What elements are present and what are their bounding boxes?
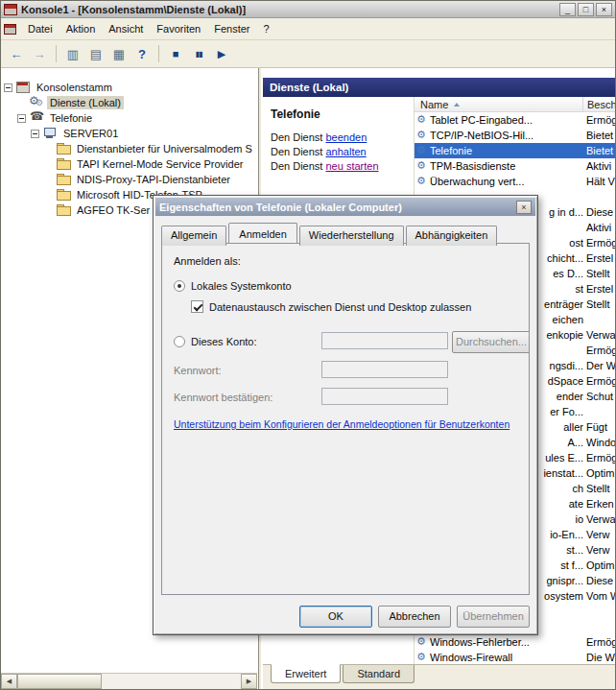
scrollbar-track[interactable] [17, 674, 241, 689]
export-list-icon[interactable]: ▤ [85, 43, 107, 64]
service-description: Ermög [583, 375, 615, 387]
tree-horizontal-scrollbar[interactable]: ◀ ▶ [1, 673, 257, 689]
maximize-button[interactable]: □ [578, 3, 594, 16]
show-console-tree-icon[interactable]: ▥ [62, 43, 83, 64]
tree-item-label: Konsolenstamm [34, 81, 115, 94]
tree-item[interactable]: NDIS-Proxy-TAPI-Dienstanbieter [1, 172, 258, 187]
toolbar-separator [158, 45, 159, 62]
local-system-radio[interactable]: Lokales Systemkonto [174, 280, 292, 292]
sort-ascending-icon [454, 103, 460, 107]
start-service-icon[interactable]: ▶ [211, 43, 232, 64]
service-row[interactable]: Windows-Firewall Die W [415, 650, 615, 664]
menu-item[interactable]: Aktion [59, 19, 103, 38]
tree-indent [4, 149, 44, 150]
tree-item-label: Dienstanbieter für Universalmodem S [74, 142, 255, 155]
service-row[interactable]: TCP/IP-NetBIOS-Hil... Bietet [415, 128, 615, 143]
close-button[interactable]: × [596, 3, 612, 16]
back-icon[interactable]: ← [6, 43, 27, 64]
service-row[interactable]: Tablet PC-Eingabed... Ermög [415, 112, 615, 128]
tree-item[interactable]: TAPI Kernel-Mode Service Provider [1, 156, 258, 172]
tree-item-label: SERVER01 [60, 127, 121, 140]
dialog-tab[interactable]: Allgemein [161, 226, 226, 246]
service-description: Diese [583, 575, 615, 586]
toolbar-separator [56, 45, 57, 62]
tree-expander-icon[interactable] [17, 114, 26, 123]
service-action-prefix: Den Dienst [271, 131, 325, 143]
dialog-tab[interactable]: Anmelden [228, 223, 297, 243]
console-document-icon [4, 24, 16, 35]
service-name: TCP/IP-NetBIOS-Hil... [430, 130, 583, 141]
service-row[interactable]: Windows-Fehlerber... Ermög [415, 634, 615, 650]
tree-item[interactable]: Dienste (Lokal) [1, 95, 258, 110]
menu-items: DateiAktionAnsichtFavoritenFenster? [21, 19, 276, 38]
dialog-tabs: AllgemeinAnmeldenWiederherstellungAbhäng… [161, 223, 499, 243]
view-tab[interactable]: Standard [343, 665, 415, 683]
service-row[interactable]: Telefonie Bietet [415, 143, 615, 158]
service-description: Fügt [583, 421, 615, 433]
ok-button[interactable]: OK [299, 606, 372, 628]
service-gear-icon [415, 175, 430, 188]
service-description: Ermög [583, 452, 615, 464]
service-action-link[interactable]: beenden [325, 131, 367, 143]
pause-service-icon[interactable]: ▮▮ [188, 43, 209, 64]
tree-expander-icon[interactable] [31, 130, 39, 138]
cancel-button[interactable]: Abbrechen [378, 606, 451, 628]
service-row[interactable]: Überwachung vert... Hält V [415, 174, 615, 189]
service-description: Hält V [583, 176, 615, 187]
tree-indent [4, 118, 17, 119]
service-description: Optim [583, 467, 615, 479]
service-action-link[interactable]: neu starten [325, 160, 378, 172]
service-gear-icon [415, 651, 430, 664]
service-row[interactable]: TPM-Basisdienste Aktivi [415, 158, 615, 174]
tree-item[interactable]: Telefonie [1, 110, 258, 126]
forward-icon[interactable]: → [29, 43, 50, 64]
service-description: Ermög [583, 345, 615, 356]
confirm-password-input [321, 388, 448, 405]
service-description: Der W [583, 360, 615, 371]
column-header-name[interactable]: Name [415, 97, 583, 112]
apply-button: Übernehmen [457, 606, 530, 628]
service-description: Stellt [583, 268, 615, 279]
password-input [321, 361, 448, 378]
scrollbar-thumb[interactable] [17, 674, 102, 689]
console-icon [15, 81, 31, 94]
service-description: Die W [583, 652, 615, 663]
minimize-button[interactable]: _ [559, 3, 576, 16]
scroll-right-icon[interactable]: ▶ [241, 674, 257, 689]
tree-expander-icon[interactable] [4, 83, 12, 92]
dialog-tab[interactable]: Wiederherstellung [299, 226, 404, 246]
scroll-left-icon[interactable]: ◀ [1, 674, 17, 689]
tree-item[interactable]: Dienstanbieter für Universalmodem S [1, 141, 258, 156]
dialog-close-icon[interactable]: × [516, 201, 532, 214]
service-name: Windows-Fehlerber... [430, 636, 583, 648]
service-description: Bietet [583, 145, 615, 156]
service-gear-icon [415, 144, 430, 157]
service-action-prefix: Den Dienst [271, 160, 325, 172]
desktop-interact-checkbox[interactable]: Datenaustausch zwischen Dienst und Deskt… [191, 300, 471, 313]
stop-service-icon[interactable]: ■ [165, 43, 186, 64]
checkbox-icon [191, 300, 203, 313]
column-name-label: Name [420, 99, 448, 110]
logon-options-help-link[interactable]: Unterstützung beim Konfigurieren der Anm… [174, 418, 509, 430]
service-description: Verw [583, 544, 615, 556]
help-icon[interactable]: ? [131, 43, 153, 64]
tree-item[interactable]: SERVER01 [1, 126, 258, 141]
view-tab[interactable]: Erweitert [271, 664, 341, 683]
confirm-password-label: Kennwort bestätigen: [174, 392, 272, 403]
service-action-link[interactable]: anhalten [325, 146, 366, 157]
tree-indent [4, 103, 17, 104]
menu-item[interactable]: Favoriten [150, 19, 207, 38]
menu-item[interactable]: Datei [21, 19, 59, 38]
service-action-prefix: Den Dienst [271, 146, 325, 157]
column-header-description[interactable]: Besch... [583, 99, 615, 110]
tree-item[interactable]: Konsolenstamm [1, 80, 258, 95]
menu-item[interactable]: ? [257, 19, 276, 38]
this-account-radio[interactable]: Dieses Konto: [174, 336, 256, 347]
list-view-icon[interactable]: ▦ [108, 43, 130, 64]
menu-item[interactable]: Fenster [207, 19, 256, 38]
window-titlebar[interactable]: Konsole1 - [Konsolenstamm\Dienste (Lokal… [1, 1, 615, 18]
dialog-titlebar[interactable]: Eigenschaften von Telefonie (Lokaler Com… [155, 198, 535, 216]
account-input [321, 332, 448, 349]
dialog-tab[interactable]: Abhängigkeiten [406, 226, 498, 246]
menu-item[interactable]: Ansicht [102, 19, 150, 38]
